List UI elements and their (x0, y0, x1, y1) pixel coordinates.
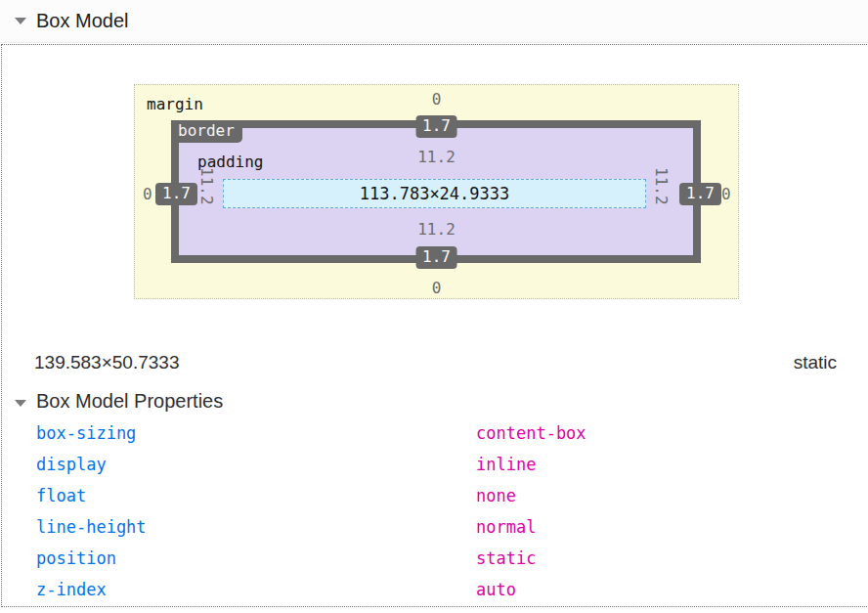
padding-right-value[interactable]: 11.2 (651, 167, 671, 205)
chevron-down-icon[interactable] (15, 400, 26, 407)
padding-bottom-value[interactable]: 11.2 (134, 220, 739, 240)
margin-right-value[interactable]: 0 (721, 185, 731, 204)
border-top-value[interactable]: 1.7 (415, 115, 457, 138)
box-model-header[interactable]: Box Model (0, 0, 868, 43)
padding-left-value[interactable]: 11.2 (196, 167, 216, 205)
content-box[interactable]: 113.783×24.9333 (223, 179, 646, 208)
box-model-title: Box Model (36, 10, 129, 32)
margin-bottom-value[interactable]: 0 (134, 279, 739, 298)
property-row: float none (0, 486, 868, 507)
property-name-z-index[interactable]: z-index (36, 580, 107, 599)
border-label: border (171, 120, 242, 143)
border-bottom-value[interactable]: 1.7 (415, 246, 457, 269)
box-model-diagram: 113.783×24.9333 margin border padding 0 … (134, 84, 739, 299)
box-model-properties-title: Box Model Properties (36, 390, 223, 413)
property-value-float: none (476, 486, 516, 505)
property-value-display: inline (476, 455, 536, 474)
element-dimensions: 139.583×50.7333 (34, 352, 179, 373)
padding-top-value[interactable]: 11.2 (134, 148, 739, 167)
border-right-value[interactable]: 1.7 (679, 183, 721, 205)
property-name-line-height[interactable]: line-height (36, 517, 147, 537)
property-name-position[interactable]: position (36, 548, 116, 568)
property-value-z-index: auto (476, 580, 516, 599)
property-value-line-height: normal (476, 517, 536, 537)
property-row: line-height normal (0, 517, 868, 539)
margin-top-value[interactable]: 0 (134, 90, 739, 109)
property-row: z-index auto (0, 580, 868, 601)
box-model-properties-header[interactable]: Box Model Properties (0, 390, 223, 413)
margin-left-value[interactable]: 0 (143, 185, 152, 204)
border-left-value[interactable]: 1.7 (155, 183, 197, 205)
content-dimensions: 113.783×24.9333 (360, 184, 510, 203)
element-position: static (794, 352, 837, 373)
property-row: display inline (0, 455, 868, 476)
property-name-box-sizing[interactable]: box-sizing (36, 423, 136, 443)
property-row: position static (0, 548, 868, 570)
property-name-float[interactable]: float (36, 486, 86, 505)
property-row: box-sizing content-box (0, 423, 868, 445)
property-value-position: static (476, 548, 536, 568)
property-value-box-sizing: content-box (476, 423, 586, 443)
chevron-down-icon[interactable] (15, 18, 26, 24)
property-name-display[interactable]: display (36, 455, 107, 474)
